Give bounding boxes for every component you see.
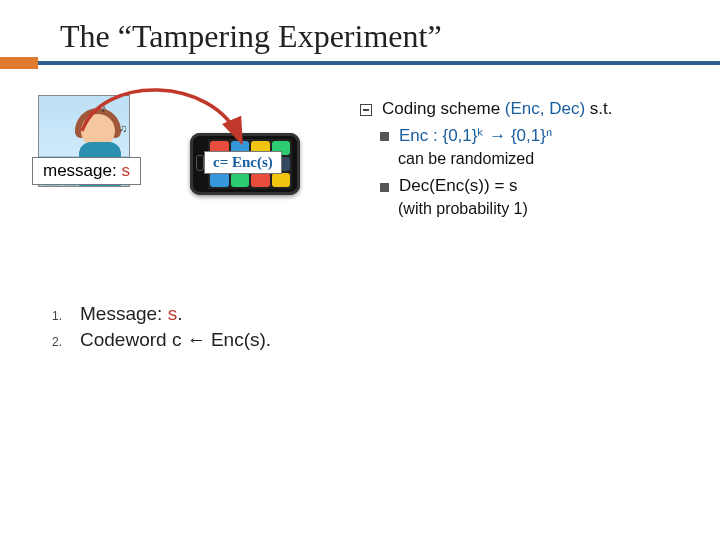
bullet-square-icon [380, 183, 389, 192]
slide-title: The “Tampering Experiment” [0, 0, 720, 61]
music-note-icon: ♫ [119, 122, 127, 134]
scheme-lead: Coding scheme (Enc, Dec) s.t. [382, 99, 613, 119]
enc-signature: Enc : {0,1}ᵏ → {0,1}ⁿ [399, 125, 552, 146]
bullet-square-icon [380, 132, 389, 141]
enc-note: can be randomized [398, 150, 704, 168]
scheme-definition: Coding scheme (Enc, Dec) s.t. Enc : {0,1… [360, 99, 704, 226]
step-number: 1. [52, 309, 80, 323]
step-1: Message: s. [80, 303, 182, 325]
dec-identity: Dec(Enc(s)) = s [399, 176, 518, 196]
experiment-steps: 1. Message: s. 2. Codeword c ← Enc(s). [52, 303, 271, 355]
slide-body: ♪ ♫ message: s c= Enc(s) Coding scheme (… [0, 65, 720, 525]
message-variable: s [121, 161, 130, 180]
dec-note: (with probability 1) [398, 200, 704, 218]
music-note-icon: ♪ [101, 102, 107, 114]
step-number: 2. [52, 335, 80, 349]
step-2: Codeword c ← Enc(s). [80, 329, 271, 351]
bullet-box-icon [360, 104, 372, 116]
message-label-prefix: message: [43, 161, 121, 180]
message-label: message: s [32, 157, 141, 185]
codeword-label: c= Enc(s) [204, 151, 282, 174]
